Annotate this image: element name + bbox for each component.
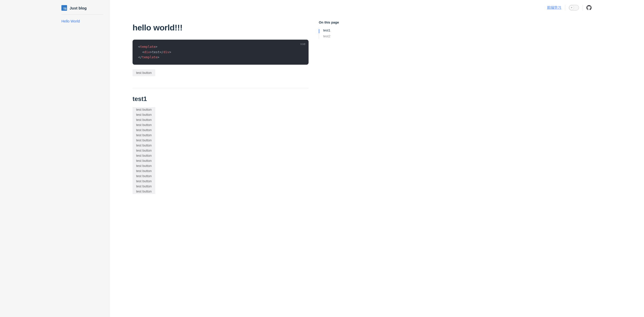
code-language-label: vue <box>300 42 305 47</box>
toc-item-test2[interactable]: test2 <box>319 33 378 39</box>
toc-item-test1[interactable]: test1 <box>319 27 378 33</box>
site-title-row[interactable]: TS Just blog <box>61 5 103 15</box>
nav-link-frontend[interactable]: 前端学习 <box>547 5 561 10</box>
article: hello world!!! vue <template><div>test</… <box>133 0 309 194</box>
test-button[interactable]: test button <box>133 158 155 163</box>
table-of-contents: On this page test1test2 <box>319 0 378 194</box>
test-button[interactable]: test button <box>133 163 155 168</box>
test-button[interactable]: test button <box>133 69 155 76</box>
sun-icon: ☀ <box>569 5 574 10</box>
typescript-icon: TS <box>61 5 67 11</box>
sidebar-nav: Hello World <box>61 15 103 23</box>
topbar: 前端学习 ☀ <box>547 0 644 15</box>
divider <box>133 88 309 88</box>
test-button[interactable]: test button <box>133 143 155 148</box>
test-button[interactable]: test button <box>133 107 155 112</box>
test-button[interactable]: test button <box>133 174 155 179</box>
test-button[interactable]: test button <box>133 179 155 184</box>
divider <box>583 5 583 10</box>
test-button[interactable]: test button <box>133 133 155 138</box>
test-button[interactable]: test button <box>133 122 155 128</box>
sidebar-item-hello-world[interactable]: Hello World <box>61 19 103 23</box>
test-button[interactable]: test button <box>133 153 155 158</box>
github-link[interactable] <box>586 5 592 10</box>
section-heading-test1: test1 <box>133 95 309 103</box>
main: 前端学习 ☀ hello world!!! vue <template><div… <box>110 0 644 317</box>
button-column: test buttontest buttontest buttontest bu… <box>133 107 155 194</box>
test-button[interactable]: test button <box>133 189 155 194</box>
test-button[interactable]: test button <box>133 138 155 143</box>
test-button[interactable]: test button <box>133 184 155 189</box>
divider <box>565 5 565 10</box>
test-button[interactable]: test button <box>133 112 155 117</box>
toc-heading: On this page <box>319 20 378 24</box>
site-title: Just blog <box>70 6 87 10</box>
code-block: vue <template><div>test</div></template> <box>133 40 309 65</box>
test-button[interactable]: test button <box>133 128 155 133</box>
github-icon <box>586 5 592 10</box>
test-button[interactable]: test button <box>133 117 155 122</box>
test-button[interactable]: test button <box>133 148 155 153</box>
theme-toggle[interactable]: ☀ <box>569 5 579 10</box>
page-title: hello world!!! <box>133 23 309 32</box>
sidebar: TS Just blog Hello World <box>0 0 110 317</box>
test-button[interactable]: test button <box>133 168 155 174</box>
